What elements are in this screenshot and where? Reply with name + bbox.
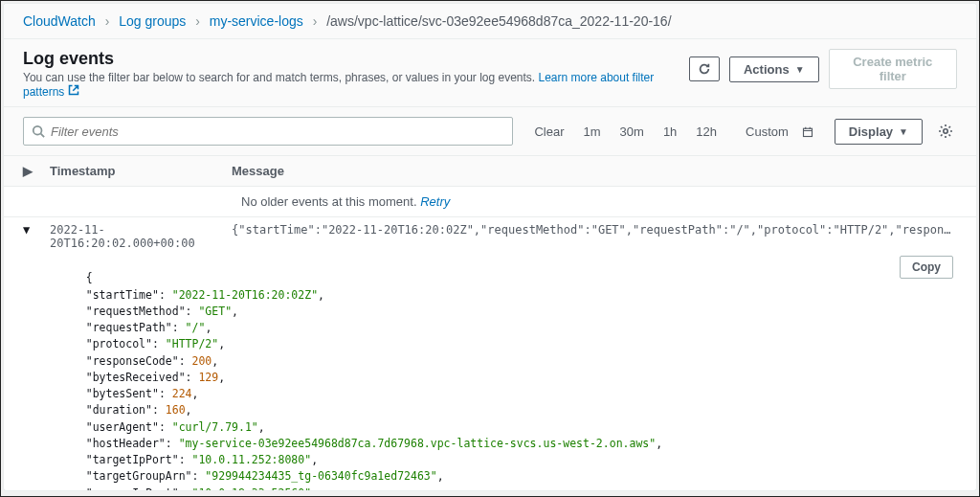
event-preview: {"startTime":"2022-11-20T16:20:02Z","req… [232,223,957,237]
range-12h[interactable]: 12h [686,119,726,145]
breadcrumb-link-log-groups[interactable]: Log groups [119,13,186,29]
search-icon [32,124,45,138]
range-1h[interactable]: 1h [654,119,686,145]
range-1m[interactable]: 1m [574,119,611,145]
breadcrumb-link-cloudwatch[interactable]: CloudWatch [23,13,96,29]
search-input-wrap[interactable] [23,117,513,146]
breadcrumb: CloudWatch › Log groups › my-service-log… [4,4,976,39]
breadcrumb-current: /aws/vpc-lattice/svc-03e92ee54968d87ca_2… [326,13,671,29]
clear-range[interactable]: Clear [524,119,573,145]
chevron-icon: › [195,13,200,29]
range-30m[interactable]: 30m [611,119,654,145]
expand-all-toggle[interactable]: ▶ [23,164,50,178]
expand-toggle[interactable]: ▼ [23,223,50,237]
display-button[interactable]: Display▼ [835,119,923,145]
page-subtitle: You can use the filter bar below to sear… [23,71,689,99]
caret-down-icon: ▼ [795,64,805,75]
retry-link[interactable]: Retry [420,194,450,209]
refresh-icon [698,62,711,76]
chevron-icon: › [313,13,318,29]
gear-icon [938,124,953,139]
range-custom[interactable]: Custom [726,119,823,145]
refresh-button[interactable] [689,56,720,81]
col-message: Message [232,164,957,178]
time-range-group: Clear 1m 30m 1h 12h Custom [524,119,822,145]
create-metric-filter-button: Create metric filter [829,49,957,89]
event-timestamp: 2022-11-20T16:20:02.000+00:00 [50,223,232,250]
breadcrumb-link-group[interactable]: my-service-logs [210,13,303,29]
copy-button[interactable]: Copy [900,256,953,279]
table-header: ▶ Timestamp Message [4,156,976,187]
search-input[interactable] [45,121,504,143]
actions-button[interactable]: Actions▼ [729,56,819,82]
caret-down-icon: ▼ [899,126,908,137]
col-timestamp: Timestamp [50,164,232,178]
settings-button[interactable] [934,120,957,143]
svg-point-2 [944,129,947,133]
svg-point-0 [33,126,42,135]
svg-rect-1 [803,128,812,136]
no-older-row: No older events at this moment. Retry [4,187,976,217]
external-link-icon [68,84,79,99]
chevron-icon: › [105,13,110,29]
event-expanded-body: Copy{ "startTime": "2022-11-20T16:20:02Z… [4,250,976,490]
calendar-icon [802,126,813,138]
log-event-row: ▼ 2022-11-20T16:20:02.000+00:00 {"startT… [4,217,976,250]
page-title: Log events [23,49,689,69]
